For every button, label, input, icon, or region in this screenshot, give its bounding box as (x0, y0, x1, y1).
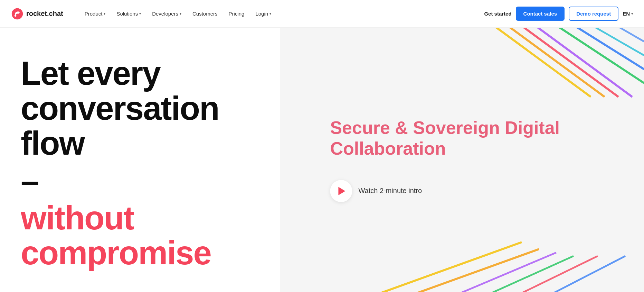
svg-line-14 (470, 256, 598, 292)
hero-left: Let every conversation flow – without co… (0, 28, 280, 292)
logo-link[interactable]: rocket.chat (11, 8, 63, 20)
contact-sales-button[interactable]: Contact sales (516, 7, 565, 21)
svg-line-6 (549, 28, 644, 83)
svg-line-11 (366, 249, 539, 292)
demo-request-button[interactable]: Demo request (569, 7, 618, 21)
chevron-down-icon: ▾ (180, 12, 181, 16)
nav-customers[interactable]: Customers (188, 8, 222, 19)
svg-point-1 (15, 15, 16, 16)
svg-line-4 (515, 28, 618, 97)
language-selector[interactable]: EN ▾ (623, 11, 633, 17)
nav-developers[interactable]: Developers ▾ (147, 8, 186, 19)
svg-line-13 (435, 256, 574, 292)
card-title: Secure & Sovereign Digital Collaboration (330, 118, 594, 159)
svg-line-2 (487, 28, 591, 97)
hero-card: Secure & Sovereign Digital Collaboration… (316, 104, 607, 216)
play-button[interactable] (330, 180, 352, 202)
svg-line-5 (529, 28, 632, 97)
svg-line-12 (401, 253, 556, 292)
watch-intro-button[interactable]: Watch 2-minute intro (330, 180, 594, 202)
nav-solutions[interactable]: Solutions ▾ (112, 8, 146, 19)
hero-dash: – (21, 161, 259, 201)
get-started-link[interactable]: Get started (484, 11, 511, 17)
nav-product[interactable]: Product ▾ (80, 8, 111, 19)
play-icon (338, 187, 345, 195)
svg-line-9 (608, 28, 644, 42)
logo-text: rocket.chat (26, 10, 63, 18)
nav-links: Product ▾ Solutions ▾ Developers ▾ Custo… (80, 8, 484, 19)
svg-line-8 (584, 28, 644, 55)
hero-title-line1: Let every (21, 56, 259, 91)
svg-point-0 (12, 8, 23, 19)
nav-login[interactable]: Login ▾ (250, 8, 276, 19)
nav-pricing[interactable]: Pricing (224, 8, 249, 19)
chevron-down-icon: ▾ (269, 12, 271, 16)
hero-subtitle: without compromise (21, 201, 259, 271)
hero-section: Let every conversation flow – without co… (0, 28, 644, 292)
chevron-down-icon: ▾ (139, 12, 141, 16)
hero-title-line2: conversation flow (21, 91, 259, 161)
rocket-chat-logo-icon (11, 8, 23, 20)
svg-line-10 (349, 242, 522, 292)
svg-line-15 (504, 256, 625, 292)
svg-line-3 (501, 28, 605, 97)
svg-line-7 (567, 28, 644, 69)
watch-label: Watch 2-minute intro (358, 187, 422, 195)
chevron-down-icon: ▾ (631, 12, 633, 16)
navbar: rocket.chat Product ▾ Solutions ▾ Develo… (0, 0, 644, 28)
chevron-down-icon: ▾ (104, 12, 105, 16)
nav-right: Get started Contact sales Demo request E… (484, 7, 633, 21)
hero-right: Secure & Sovereign Digital Collaboration… (280, 28, 644, 292)
